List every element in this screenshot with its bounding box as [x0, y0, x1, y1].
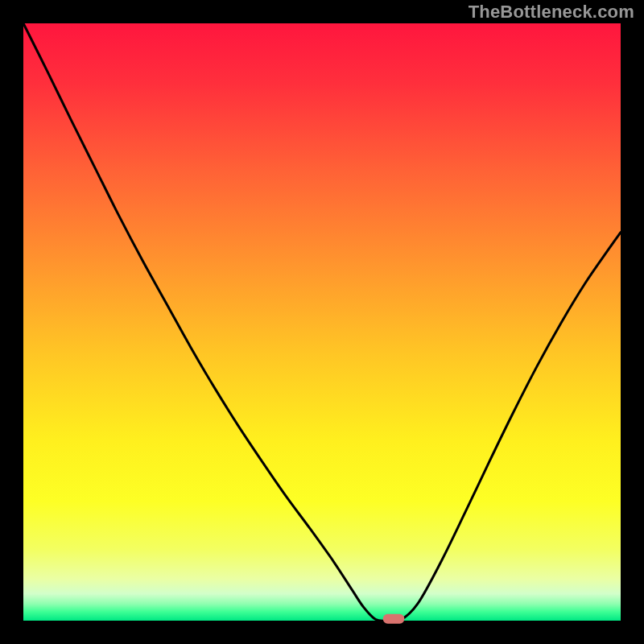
plot-background — [23, 23, 621, 621]
chart-svg — [0, 0, 644, 644]
optimal-point-marker — [383, 614, 405, 624]
chart-frame: TheBottleneck.com — [0, 0, 644, 644]
